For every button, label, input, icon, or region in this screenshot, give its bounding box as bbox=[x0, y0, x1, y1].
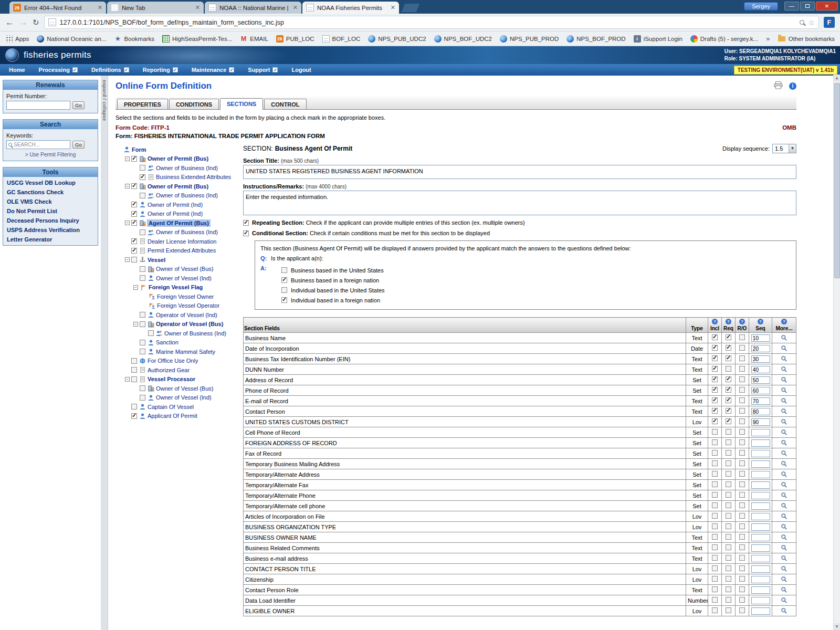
readonly-checkbox[interactable] bbox=[739, 345, 745, 351]
incl-checkbox[interactable] bbox=[712, 576, 718, 582]
tree-item-label[interactable]: Applicant Of Permit bbox=[148, 413, 197, 419]
seq-input[interactable] bbox=[751, 439, 770, 447]
tree-item-label[interactable]: Owner of Business (Ind) bbox=[156, 192, 218, 198]
tree-item-sanction[interactable]: Sanction bbox=[116, 338, 239, 348]
answer-checkbox[interactable] bbox=[281, 297, 287, 303]
tree-item-label[interactable]: Owner of Permit (Ind) bbox=[148, 202, 203, 208]
incl-checkbox[interactable] bbox=[712, 565, 718, 571]
print-icon[interactable] bbox=[774, 81, 783, 91]
omnibox[interactable]: 127.0.0.1:7101/NPS_BOF/bof_form_def/nps_… bbox=[44, 16, 819, 29]
seq-input[interactable] bbox=[751, 544, 770, 552]
incl-checkbox[interactable] bbox=[712, 513, 718, 519]
instructions-input[interactable]: Enter the requested information. bbox=[243, 191, 796, 215]
req-checkbox[interactable] bbox=[726, 513, 731, 519]
seq-input[interactable] bbox=[751, 418, 770, 426]
readonly-checkbox[interactable] bbox=[739, 492, 745, 498]
req-checkbox[interactable] bbox=[726, 460, 731, 466]
tree-checkbox[interactable] bbox=[140, 321, 145, 327]
req-checkbox[interactable] bbox=[726, 345, 731, 351]
browser-tab-noaa-fisheries-permits[interactable]: NOAA Fisheries Permits✕ bbox=[302, 2, 399, 14]
tree-item-label[interactable]: Owner of Vessel (Ind) bbox=[156, 394, 212, 401]
browser-tab-noaa-national-marine[interactable]: NOAA :: National Marine |✕ bbox=[205, 2, 301, 14]
maximize-button[interactable] bbox=[800, 2, 815, 10]
tree-item-label[interactable]: Operator of Vessel (Ind) bbox=[156, 312, 217, 318]
tree-item-for-office-use-only[interactable]: For Office Use Only bbox=[116, 356, 239, 366]
incl-checkbox[interactable] bbox=[712, 376, 718, 382]
tree-item-captain-of-vessel[interactable]: Captain Of Vessel bbox=[116, 402, 239, 412]
tree-item-label[interactable]: Owner of Permit (Bus) bbox=[148, 183, 208, 190]
other-bookmarks-button[interactable]: Other bookmarks bbox=[778, 36, 835, 42]
incl-checkbox[interactable] bbox=[712, 544, 718, 550]
url-text[interactable]: 127.0.0.1:7101/NPS_BOF/bof_form_def/nps_… bbox=[60, 19, 796, 26]
tree-item-owner-of-vessel-bus[interactable]: Owner of Vessel (Bus) bbox=[116, 265, 239, 274]
req-checkbox[interactable] bbox=[726, 597, 731, 603]
field-details-icon[interactable] bbox=[774, 513, 794, 520]
tree-item-owner-of-vessel-ind[interactable]: Owner of Vessel (Ind) bbox=[116, 393, 239, 403]
req-checkbox[interactable] bbox=[726, 502, 731, 508]
bookmark-nps-pub-udc2[interactable]: NPS_PUB_UDC2 bbox=[368, 35, 426, 43]
field-details-icon[interactable] bbox=[774, 376, 794, 383]
readonly-checkbox[interactable] bbox=[739, 439, 745, 445]
form-tab-properties[interactable]: PROPERTIES bbox=[117, 99, 168, 109]
collapse-toggle-icon[interactable]: − bbox=[133, 322, 138, 327]
seq-input[interactable] bbox=[751, 429, 770, 436]
help-icon[interactable]: ? bbox=[712, 319, 718, 324]
form-tab-conditions[interactable]: CONDITIONS bbox=[169, 99, 219, 109]
readonly-checkbox[interactable] bbox=[739, 544, 745, 550]
tree-checkbox[interactable] bbox=[148, 330, 154, 336]
seq-input[interactable] bbox=[751, 523, 770, 531]
req-checkbox[interactable] bbox=[726, 576, 731, 582]
form-tab-control[interactable]: CONTROL bbox=[264, 99, 306, 109]
incl-checkbox[interactable] bbox=[712, 460, 718, 466]
tree-item-operator-of-vessel-bus[interactable]: −Operator of Vessel (Bus) bbox=[116, 320, 239, 329]
tree-item-vessel-processor[interactable]: −Vessel Processor bbox=[116, 375, 239, 384]
help-icon[interactable]: ? bbox=[739, 319, 745, 324]
tree-item-business-extended-attributes[interactable]: Business Extended Attributes bbox=[116, 173, 239, 182]
field-details-icon[interactable] bbox=[774, 523, 794, 530]
incl-checkbox[interactable] bbox=[712, 502, 718, 508]
repeating-section-checkbox[interactable] bbox=[243, 220, 249, 226]
incl-checkbox[interactable] bbox=[712, 439, 718, 445]
readonly-checkbox[interactable] bbox=[739, 450, 745, 456]
req-checkbox[interactable] bbox=[726, 586, 731, 592]
seq-input[interactable] bbox=[751, 376, 770, 384]
req-checkbox[interactable] bbox=[726, 334, 731, 340]
help-icon[interactable]: ? bbox=[726, 319, 731, 324]
tree-checkbox[interactable] bbox=[131, 367, 137, 373]
tree-item-owner-of-permit-bus[interactable]: −Owner of Permit (Bus) bbox=[116, 182, 239, 191]
readonly-checkbox[interactable] bbox=[739, 534, 745, 540]
bookmark-bookmarks[interactable]: ★Bookmarks bbox=[114, 35, 154, 43]
seq-input[interactable] bbox=[751, 334, 770, 342]
seq-input[interactable] bbox=[751, 450, 770, 457]
answer-checkbox[interactable] bbox=[281, 277, 287, 283]
bookmark-pub-loc[interactable]: 26PUB_LOC bbox=[276, 35, 314, 43]
tree-item-agent-of-permit-bus[interactable]: −Agent Of Permit (Bus) bbox=[116, 218, 239, 228]
field-details-icon[interactable] bbox=[774, 544, 794, 551]
bookmarks-overflow-chevron[interactable]: » bbox=[766, 35, 770, 43]
tree-checkbox[interactable] bbox=[131, 248, 137, 254]
tree-item-label[interactable]: For Office Use Only bbox=[148, 358, 198, 364]
readonly-checkbox[interactable] bbox=[739, 355, 745, 361]
answer-checkbox[interactable] bbox=[281, 267, 287, 273]
req-checkbox[interactable] bbox=[726, 376, 731, 382]
req-checkbox[interactable] bbox=[726, 450, 731, 456]
readonly-checkbox[interactable] bbox=[739, 429, 745, 435]
bookmark-nps-pub-prod[interactable]: NPS_PUB_PROD bbox=[500, 35, 559, 43]
readonly-checkbox[interactable] bbox=[739, 513, 745, 519]
tree-item-dealer-license-information[interactable]: Dealer License Information bbox=[116, 237, 239, 246]
readonly-checkbox[interactable] bbox=[739, 397, 745, 403]
tree-checkbox[interactable] bbox=[131, 183, 137, 189]
tree-item-owner-of-business-ind[interactable]: Owner of Business (Ind) bbox=[116, 163, 239, 173]
tree-checkbox[interactable] bbox=[131, 358, 137, 364]
bookmark-isupport-login[interactable]: iiSupport Login bbox=[634, 35, 682, 43]
tree-item-label[interactable]: Business Extended Attributes bbox=[156, 174, 231, 180]
nav-item-reporting[interactable]: Reporting✓ bbox=[136, 64, 185, 76]
seq-input[interactable] bbox=[751, 460, 770, 468]
tree-item-marine-mammal-safety[interactable]: Marine Mammal Safety bbox=[116, 347, 239, 356]
tree-item-label[interactable]: Owner of Vessel (Ind) bbox=[156, 275, 212, 281]
back-button[interactable]: ← bbox=[5, 18, 14, 27]
field-details-icon[interactable] bbox=[774, 534, 794, 541]
scroll-up-arrow[interactable]: ▲ bbox=[834, 75, 840, 81]
tree-checkbox[interactable] bbox=[140, 229, 145, 235]
incl-checkbox[interactable] bbox=[712, 387, 718, 393]
